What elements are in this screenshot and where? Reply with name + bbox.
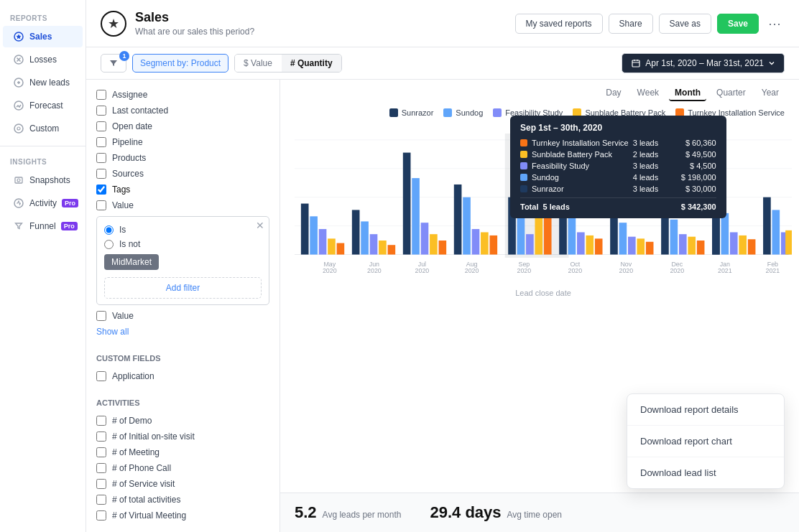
tooltip-dot-4 (520, 185, 527, 192)
filter-icon (108, 58, 119, 68)
filter-label-7: Value (112, 200, 134, 210)
forecast-icon (13, 100, 24, 111)
date-range-button[interactable]: Apr 1st, 2020 – Mar 31st, 2021 (622, 53, 785, 73)
custom-icon (13, 123, 24, 134)
radio-is-label: Is (119, 225, 126, 235)
time-tab-week[interactable]: Week (632, 85, 665, 101)
activity-checkbox-6[interactable] (96, 510, 106, 521)
save-button[interactable]: Save (717, 14, 759, 34)
tooltip-name-4: Sunrazor (532, 185, 629, 193)
sidebar-item-funnel[interactable]: Funnel Pro (3, 215, 83, 237)
svg-rect-53 (679, 234, 687, 254)
value-toggle-value-button[interactable]: $ Value (235, 55, 281, 72)
filter-badge: 1 (119, 51, 129, 61)
losses-icon (13, 54, 24, 65)
activity-checkbox-0[interactable] (96, 416, 106, 426)
checkbox-tags[interactable] (96, 185, 106, 195)
custom-field-row-0: Application (96, 368, 269, 384)
tooltip-total-label: Total (520, 202, 538, 211)
svg-rect-9 (632, 60, 639, 67)
radio-is-not[interactable]: Is not (104, 237, 262, 251)
activity-checkbox-2[interactable] (96, 447, 106, 457)
activity-label-6: # of Virtual Meeting (112, 510, 186, 521)
more-options-button[interactable]: ⋯ (765, 14, 785, 34)
sidebar-item-forecast[interactable]: Forecast (3, 95, 83, 116)
date-range-text: Apr 1st, 2020 – Mar 31st, 2021 (645, 58, 764, 68)
download-report-details-button[interactable]: Download report details (627, 394, 784, 425)
time-tab-quarter[interactable]: Quarter (711, 85, 752, 101)
activity-row-6: # of Virtual Meeting (96, 508, 269, 523)
my-saved-reports-button[interactable]: My saved reports (515, 14, 603, 34)
svg-rect-59 (739, 235, 747, 255)
sidebar-item-new-leads[interactable]: New leads (3, 72, 83, 93)
bottom-stats: 5.2 Avg leads per month 29.4 days Avg ti… (280, 493, 799, 532)
time-tab-month[interactable]: Month (669, 85, 706, 101)
share-button[interactable]: Share (609, 14, 653, 34)
sidebar-item-custom[interactable]: Custom (3, 118, 83, 139)
add-filter-button[interactable]: Add filter (104, 277, 262, 299)
svg-text:2020: 2020 (367, 267, 382, 274)
activity-checkbox-5[interactable] (96, 495, 106, 505)
activity-label-3: # of Phone Call (112, 463, 171, 473)
segment-button[interactable]: Segment by: Product (132, 54, 228, 73)
show-all-link[interactable]: Show all (96, 324, 269, 340)
svg-rect-16 (310, 216, 318, 254)
time-tab-year[interactable]: Year (756, 85, 785, 101)
tooltip-leads-2: 3 leads (633, 162, 669, 170)
sidebar-item-losses[interactable]: Losses (3, 49, 83, 70)
sidebar-item-sales-label: Sales (29, 32, 52, 42)
svg-rect-44 (586, 235, 594, 255)
checkbox-last-contacted[interactable] (96, 106, 106, 116)
filter-row-sources: Sources (96, 166, 269, 182)
svg-rect-39 (535, 216, 542, 254)
download-menu: Download report details Download report … (627, 393, 785, 489)
download-lead-list-button[interactable]: Download lead list (627, 457, 784, 488)
funnel-pro-badge: Pro (61, 222, 78, 230)
radio-is[interactable]: Is (104, 223, 262, 237)
x-axis-label: Lead close date (295, 289, 792, 297)
checkbox-value[interactable] (96, 200, 106, 210)
radio-is-input[interactable] (104, 225, 114, 235)
activity-checkbox-4[interactable] (96, 479, 106, 489)
value-checkbox[interactable] (96, 311, 106, 321)
checkbox-pipeline[interactable] (96, 137, 106, 147)
activity-row-1: # of Initial on-site visit (96, 429, 269, 444)
tooltip-dot-2 (520, 162, 527, 169)
checkbox-assignee[interactable] (96, 90, 106, 100)
filter-button[interactable]: 1 (101, 54, 126, 73)
checkbox-sources[interactable] (96, 169, 106, 179)
tag-value-button[interactable]: MidMarket (104, 254, 159, 270)
filter-row-pipeline: Pipeline (96, 134, 269, 150)
custom-field-checkbox-0[interactable] (96, 371, 106, 381)
sidebar-item-new-leads-label: New leads (29, 78, 70, 88)
svg-text:Aug: Aug (466, 261, 478, 268)
tooltip-leads-0: 3 leads (633, 139, 669, 147)
svg-text:Nov: Nov (620, 261, 632, 268)
svg-rect-28 (430, 234, 438, 254)
tooltip-dot-1 (520, 151, 527, 158)
sidebar-item-snapshots[interactable]: Snapshots (3, 169, 83, 191)
time-tab-day[interactable]: Day (600, 85, 627, 101)
tooltip-value-4: $ 30,000 (673, 185, 716, 193)
download-report-chart-button[interactable]: Download report chart (627, 425, 784, 457)
svg-rect-65 (785, 230, 792, 255)
value-toggle-quantity-button[interactable]: # Quantity (282, 55, 341, 72)
activity-checkbox-3[interactable] (96, 463, 106, 473)
tooltip-name-1: Sunblade Battery Pack (532, 150, 629, 159)
save-as-button[interactable]: Save as (659, 14, 711, 34)
tooltip-leads-4: 3 leads (633, 185, 669, 193)
filter-row-open-date: Open date (96, 118, 269, 134)
checkbox-products[interactable] (96, 153, 106, 163)
sidebar-item-forecast-label: Forecast (29, 101, 63, 111)
checkbox-open-date[interactable] (96, 121, 106, 131)
new-leads-icon (13, 77, 24, 88)
legend-label: Sundog (456, 108, 483, 117)
activity-checkbox-1[interactable] (96, 431, 106, 442)
radio-is-not-input[interactable] (104, 240, 114, 249)
tag-filter-close-button[interactable]: ✕ (256, 220, 264, 231)
sidebar-item-activity[interactable]: Activity Pro (3, 192, 83, 214)
sales-icon: ★ (101, 11, 126, 37)
sidebar-item-sales[interactable]: Sales (3, 26, 83, 47)
legend-dot (443, 108, 452, 117)
svg-text:2021: 2021 (718, 267, 732, 274)
